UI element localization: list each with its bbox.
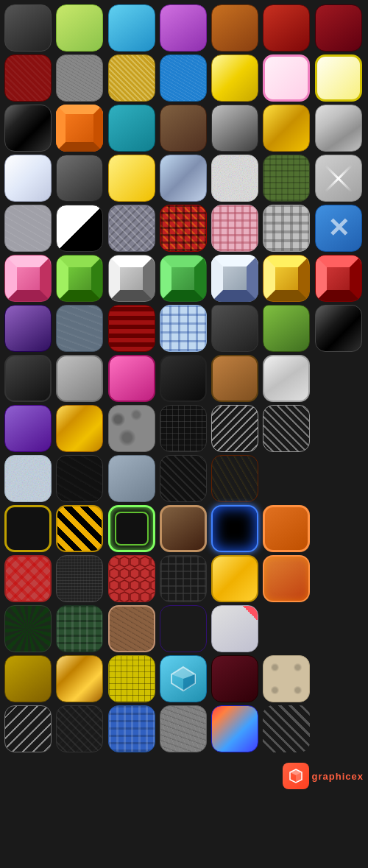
icon-orange-glow2[interactable] bbox=[263, 555, 310, 602]
icon-diagonal-bw[interactable] bbox=[56, 205, 103, 252]
watermark-logo[interactable]: graphicex bbox=[283, 763, 364, 789]
icon-honeycomb[interactable] bbox=[108, 555, 155, 602]
icon-white-fold[interactable] bbox=[211, 605, 258, 652]
icon-green-folder[interactable] bbox=[263, 305, 310, 352]
icon-green2-pyramid[interactable] bbox=[160, 255, 207, 302]
icon-blue-texture[interactable] bbox=[160, 54, 207, 102]
icon-moon-texture[interactable] bbox=[108, 405, 155, 452]
icon-orange-brown[interactable] bbox=[211, 4, 258, 52]
icon-diamond-plate[interactable] bbox=[108, 205, 155, 252]
icon-yellow-stripes[interactable] bbox=[56, 505, 103, 552]
icon-water-drops[interactable] bbox=[108, 455, 155, 502]
icon-red-texture[interactable] bbox=[4, 54, 52, 102]
icon-rainbow[interactable] bbox=[211, 705, 258, 752]
icon-red-dark[interactable] bbox=[263, 4, 310, 52]
icon-pink-pyramid[interactable] bbox=[4, 255, 52, 302]
icon-purple[interactable] bbox=[160, 4, 207, 52]
icon-purple-shine[interactable] bbox=[4, 305, 52, 352]
icon-white-noise[interactable] bbox=[211, 155, 258, 202]
icon-silver[interactable] bbox=[315, 105, 362, 152]
icon-gray-plaid[interactable] bbox=[263, 205, 310, 252]
icon-crystal[interactable] bbox=[4, 455, 52, 502]
icon-green-pyramid[interactable] bbox=[56, 255, 103, 302]
icon-dark-wine[interactable] bbox=[211, 655, 258, 702]
icon-gray-dark[interactable] bbox=[56, 155, 103, 202]
icon-dark-grid[interactable] bbox=[160, 405, 207, 452]
icon-tartan[interactable] bbox=[56, 605, 103, 652]
icon-dark-mid[interactable] bbox=[160, 355, 207, 402]
icon-gold-bright2[interactable] bbox=[56, 655, 103, 702]
icon-yellow-border[interactable] bbox=[315, 54, 362, 102]
icon-gold-bright[interactable] bbox=[211, 555, 258, 602]
icon-dark-cross[interactable] bbox=[160, 555, 207, 602]
icon-blue-plaid[interactable] bbox=[160, 305, 207, 352]
icon-spiral[interactable] bbox=[4, 605, 52, 652]
icon-red-pyramid[interactable] bbox=[315, 255, 362, 302]
icon-cyan-blue[interactable] bbox=[108, 4, 155, 52]
icon-black-shine[interactable] bbox=[4, 105, 52, 152]
icon-pink-bright[interactable] bbox=[108, 355, 155, 402]
icon-bumps[interactable] bbox=[263, 655, 310, 702]
icon-carbon[interactable] bbox=[56, 555, 103, 602]
icon-gold-border[interactable] bbox=[4, 505, 52, 552]
icon-chrome-x[interactable] bbox=[315, 155, 362, 202]
icon-orange-glow[interactable] bbox=[211, 505, 258, 552]
icon-blue-tartan[interactable] bbox=[108, 705, 155, 752]
svg-rect-1 bbox=[109, 556, 155, 602]
main-container: graphicex bbox=[0, 0, 368, 794]
icon-purple-mid[interactable] bbox=[4, 405, 52, 452]
icon-teal[interactable] bbox=[108, 105, 155, 152]
icon-brown[interactable] bbox=[160, 105, 207, 152]
watermark-text: graphicex bbox=[312, 771, 364, 782]
icon-bronze[interactable] bbox=[211, 355, 258, 402]
icon-yellow-grid[interactable] bbox=[108, 655, 155, 702]
icon-brown-frame[interactable] bbox=[160, 505, 207, 552]
icon-diamond-icon[interactable] bbox=[160, 655, 207, 702]
icon-pink-border[interactable] bbox=[263, 54, 310, 102]
icon-lime-green[interactable] bbox=[56, 4, 103, 52]
icon-silver-lines[interactable] bbox=[211, 405, 258, 452]
icon-dark-red[interactable] bbox=[315, 4, 362, 52]
icon-gold-dark[interactable] bbox=[4, 655, 52, 702]
icon-black-rough[interactable] bbox=[56, 455, 103, 502]
icon-carbon2[interactable] bbox=[56, 705, 103, 752]
icon-dark-gray[interactable] bbox=[4, 4, 52, 52]
icon-grid bbox=[0, 0, 368, 757]
icon-yellow-bright[interactable] bbox=[108, 155, 155, 202]
icon-diag-silver[interactable] bbox=[4, 705, 52, 752]
icon-black-shine2[interactable] bbox=[315, 305, 362, 352]
icon-silver-light[interactable] bbox=[263, 355, 310, 402]
icon-silver-lines2[interactable] bbox=[263, 405, 310, 452]
icon-rock-texture[interactable] bbox=[56, 305, 103, 352]
icon-yellow2-pyramid[interactable] bbox=[263, 255, 310, 302]
icon-blue-x[interactable] bbox=[315, 205, 362, 252]
icon-dark-folder[interactable] bbox=[211, 305, 258, 352]
icon-yellow-shine[interactable] bbox=[211, 54, 258, 102]
icon-neon-green[interactable] bbox=[108, 505, 155, 552]
icon-orange-rust[interactable] bbox=[211, 455, 258, 502]
icon-red-stripes[interactable] bbox=[108, 305, 155, 352]
icon-orange-btn[interactable] bbox=[263, 505, 310, 552]
icon-blue-silver[interactable] bbox=[160, 155, 207, 202]
icon-dark-rounded[interactable] bbox=[4, 355, 52, 402]
icon-gray-texture[interactable] bbox=[56, 54, 103, 102]
icon-silver-pyramid[interactable] bbox=[108, 255, 155, 302]
icon-green-texture[interactable] bbox=[263, 155, 310, 202]
icon-gray-mid[interactable] bbox=[211, 105, 258, 152]
icon-blue-diag[interactable] bbox=[263, 705, 310, 752]
icon-silver2-pyramid[interactable] bbox=[211, 255, 258, 302]
icon-white-shine[interactable] bbox=[4, 155, 52, 202]
icon-gray-rounded[interactable] bbox=[56, 355, 103, 402]
icon-pink-plaid[interactable] bbox=[211, 205, 258, 252]
icon-dark-pattern[interactable] bbox=[160, 455, 207, 502]
icon-gold-texture[interactable] bbox=[108, 54, 155, 102]
icon-gold-mid[interactable] bbox=[56, 405, 103, 452]
icon-denim[interactable] bbox=[108, 605, 155, 652]
icon-red-diamond[interactable] bbox=[4, 555, 52, 602]
icon-orange-pyramid[interactable] bbox=[56, 105, 103, 152]
icon-purple-glow[interactable] bbox=[160, 605, 207, 652]
icon-gold-shine[interactable] bbox=[263, 105, 310, 152]
icon-red-plaid[interactable] bbox=[160, 205, 207, 252]
icon-stone[interactable] bbox=[4, 205, 52, 252]
icon-stone2[interactable] bbox=[160, 705, 207, 752]
